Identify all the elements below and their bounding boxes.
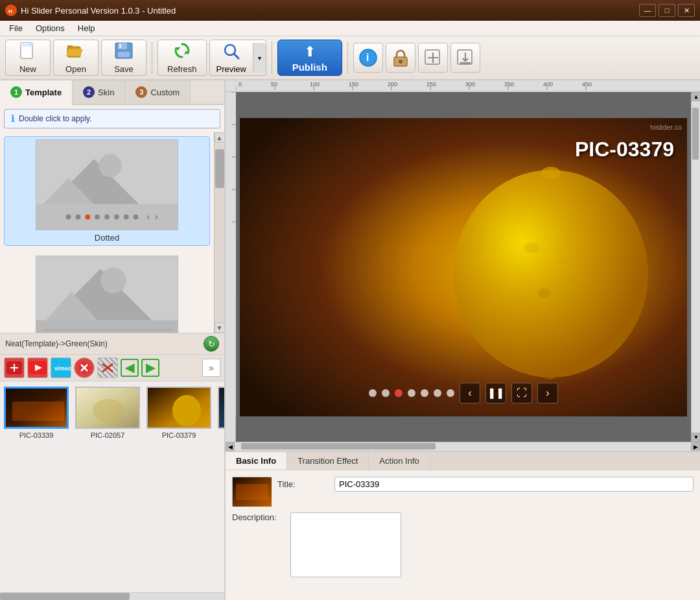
preview-icon bbox=[222, 42, 240, 62]
ruler-vertical bbox=[226, 92, 236, 442]
publish-label: Publish bbox=[292, 62, 327, 73]
save-button[interactable]: Save bbox=[101, 40, 146, 76]
props-tab-basic[interactable]: Basic Info bbox=[226, 452, 287, 470]
hscroll-thumb[interactable] bbox=[241, 443, 436, 450]
props-tab-action[interactable]: Action Info bbox=[369, 452, 430, 470]
vscroll-down-button[interactable]: ▼ bbox=[692, 433, 700, 442]
template-item-dotted[interactable]: ‹ › Dotted bbox=[4, 136, 210, 246]
save-icon bbox=[114, 42, 134, 62]
lock-button[interactable] bbox=[386, 43, 415, 73]
slider-dot-1[interactable] bbox=[369, 389, 377, 397]
filmstrip-scroll[interactable] bbox=[0, 592, 224, 600]
svg-rect-9 bbox=[118, 52, 130, 57]
svg-point-40 bbox=[100, 267, 126, 293]
svg-point-96 bbox=[538, 289, 551, 298]
slider-dot-3[interactable] bbox=[395, 389, 402, 397]
scroll-thumb[interactable] bbox=[215, 149, 224, 188]
svg-text:300: 300 bbox=[465, 81, 475, 88]
info-button[interactable]: i bbox=[353, 43, 383, 73]
svg-rect-5 bbox=[67, 45, 73, 48]
props-tab-transition[interactable]: Transition Effect bbox=[287, 452, 369, 470]
menu-help[interactable]: Help bbox=[71, 22, 102, 34]
menu-options[interactable]: Options bbox=[29, 22, 71, 34]
tab-num-skin: 2 bbox=[83, 86, 95, 98]
window-controls: — □ ✕ bbox=[639, 4, 695, 17]
refresh-small-button[interactable]: ↻ bbox=[204, 336, 219, 352]
add-vimeo-button[interactable]: vimeo bbox=[51, 357, 71, 378]
filmstrip-more-button[interactable]: » bbox=[202, 359, 220, 377]
film-item-pic03339[interactable]: PIC-03339 bbox=[4, 387, 69, 439]
left-scrollbar: ▲ ▼ bbox=[214, 132, 224, 333]
tab-skin[interactable]: 2 Skin bbox=[73, 80, 125, 104]
maximize-button[interactable]: □ bbox=[659, 4, 675, 17]
preview-button[interactable]: Preview ▾ bbox=[209, 40, 266, 76]
description-row: Description: bbox=[232, 512, 694, 594]
slider-dot-5[interactable] bbox=[421, 389, 428, 397]
filmstrip-scroll-thumb[interactable] bbox=[0, 593, 130, 600]
add-youtube-button[interactable] bbox=[27, 357, 48, 378]
slider-fullscreen-button[interactable]: ⛶ bbox=[511, 383, 532, 403]
svg-rect-65 bbox=[236, 80, 690, 90]
svg-point-28 bbox=[75, 215, 80, 220]
template-item-elastic[interactable]: Elastic bbox=[4, 252, 210, 333]
export-button[interactable] bbox=[450, 43, 480, 73]
delete-button[interactable] bbox=[74, 357, 95, 378]
slider-dot-2[interactable] bbox=[382, 389, 390, 397]
svg-point-98 bbox=[541, 167, 561, 180]
refresh-button[interactable]: Refresh bbox=[158, 40, 207, 76]
tab-custom[interactable]: 3 Custom bbox=[125, 80, 191, 104]
film-thumb-pic03339 bbox=[4, 387, 69, 429]
svg-rect-8 bbox=[119, 44, 121, 48]
right-panel: 0 50 100 150 200 250 300 350 400 bbox=[226, 80, 700, 600]
close-button[interactable]: ✕ bbox=[678, 4, 695, 17]
slider-dot-6[interactable] bbox=[434, 389, 441, 397]
publish-button[interactable]: ⬆ Publish bbox=[277, 40, 342, 76]
add-layer-button[interactable] bbox=[418, 43, 448, 73]
add-image-button[interactable] bbox=[4, 357, 25, 378]
film-item-pic03379[interactable]: PIC-03379 bbox=[146, 387, 211, 439]
vscroll-up-button[interactable]: ▲ bbox=[692, 92, 700, 101]
description-textarea[interactable] bbox=[290, 512, 401, 577]
preview-dropdown-arrow[interactable]: ▾ bbox=[253, 43, 266, 73]
move-right-button[interactable]: ▶ bbox=[141, 359, 159, 377]
open-button[interactable]: Open bbox=[53, 40, 99, 76]
app-title: Hi Slider Personal Version 1.0.3 - Untit… bbox=[21, 6, 176, 16]
delete-all-button[interactable] bbox=[97, 357, 118, 378]
film-item-pic03415[interactable]: PIC-03415 bbox=[218, 387, 224, 439]
svg-point-31 bbox=[104, 215, 110, 220]
film-thumb-pic03415 bbox=[218, 387, 224, 429]
separator-2 bbox=[272, 42, 272, 74]
scroll-track bbox=[215, 143, 224, 322]
svg-point-94 bbox=[524, 243, 539, 253]
info-text: Double click to apply. bbox=[19, 114, 92, 123]
canvas-hscroll: ◀ ▶ bbox=[226, 442, 700, 451]
slider-prev-button[interactable]: ‹ bbox=[460, 383, 480, 403]
svg-rect-86 bbox=[226, 92, 236, 416]
toolbar: New Open Save bbox=[0, 36, 700, 80]
new-button[interactable]: New bbox=[5, 40, 51, 76]
template-thumb-dotted: ‹ › bbox=[36, 139, 178, 230]
minimize-button[interactable]: — bbox=[639, 4, 656, 17]
slider-pause-button[interactable]: ❚❚ bbox=[485, 383, 506, 403]
svg-text:50: 50 bbox=[271, 81, 277, 88]
slider-dot-7[interactable] bbox=[447, 389, 454, 397]
film-item-pic02057[interactable]: PIC-02057 bbox=[75, 387, 140, 439]
open-label: Open bbox=[65, 64, 86, 74]
menu-file[interactable]: File bbox=[3, 22, 29, 34]
svg-point-99 bbox=[542, 369, 557, 379]
tab-skin-label: Skin bbox=[98, 88, 114, 97]
scroll-down-arrow[interactable]: ▼ bbox=[215, 322, 225, 333]
slider-dot-4[interactable] bbox=[408, 389, 415, 397]
tab-template[interactable]: 1 Template bbox=[0, 80, 73, 105]
hscroll-right-button[interactable]: ▶ bbox=[691, 442, 700, 451]
props-tab-transition-label: Transition Effect bbox=[298, 456, 358, 466]
vscroll-thumb[interactable] bbox=[692, 108, 699, 160]
hscroll-left-button[interactable]: ◀ bbox=[226, 442, 235, 451]
slider-next-button[interactable]: › bbox=[537, 383, 558, 403]
scroll-up-arrow[interactable]: ▲ bbox=[215, 132, 225, 143]
move-left-button[interactable]: ◀ bbox=[121, 359, 139, 377]
svg-text:›: › bbox=[155, 212, 158, 222]
new-label: New bbox=[19, 64, 36, 74]
title-input[interactable] bbox=[334, 477, 694, 492]
tab-template-label: Template bbox=[25, 88, 62, 97]
